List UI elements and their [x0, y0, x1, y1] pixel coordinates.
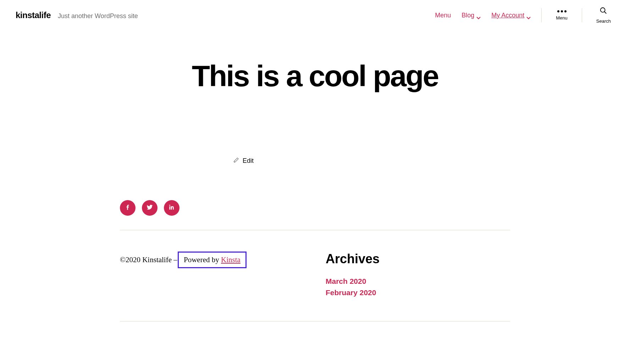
social-facebook[interactable]: [120, 200, 136, 216]
social-linkedin[interactable]: [164, 200, 179, 216]
edit-link[interactable]: Edit: [233, 157, 510, 165]
nav-item-menu[interactable]: Menu: [435, 12, 451, 19]
divider-line-bottom: [120, 321, 510, 321]
site-header: kinstalife Just another WordPress site M…: [0, 0, 630, 31]
search-button-label: Search: [596, 18, 611, 24]
divider-line: [120, 230, 510, 230]
nav-item-blog[interactable]: Blog: [462, 12, 481, 19]
archives-list: March 2020 February 2020: [326, 277, 510, 297]
svg-point-0: [601, 8, 605, 12]
chevron-down-icon: [526, 14, 531, 17]
nav-label: Menu: [435, 12, 451, 19]
page-title: This is a cool page: [0, 59, 630, 93]
dots-horizontal-icon: [557, 10, 567, 12]
nav-label: My Account: [491, 12, 524, 19]
nav-menu: Menu Blog My Account: [435, 12, 531, 19]
content-wrapper: Edit ©2020 Kinstalife – Powered by Kinst…: [106, 157, 524, 321]
footer-widgets: ©2020 Kinstalife – Powered by Kinsta Arc…: [120, 252, 510, 300]
nav-item-my-account[interactable]: My Account: [491, 12, 531, 19]
edit-icon: [233, 157, 239, 165]
svg-line-1: [604, 12, 607, 14]
search-button[interactable]: Search: [593, 7, 614, 24]
linkedin-icon: [168, 204, 175, 212]
archive-item-march-2020[interactable]: March 2020: [326, 277, 510, 286]
social-links: [120, 200, 510, 216]
menu-button-label: Menu: [556, 15, 568, 21]
site-tagline: Just another WordPress site: [58, 12, 138, 20]
powered-by-box: Powered by Kinsta: [178, 252, 247, 268]
divider: [582, 8, 582, 22]
powered-by-link[interactable]: Kinsta: [221, 255, 241, 264]
social-twitter[interactable]: [142, 200, 158, 216]
powered-by-text: Powered by: [184, 255, 221, 264]
nav-label: Blog: [462, 12, 474, 19]
facebook-icon: [124, 204, 131, 212]
menu-button[interactable]: Menu: [552, 10, 571, 21]
site-title[interactable]: kinstalife: [16, 10, 51, 20]
archives-title: Archives: [326, 252, 510, 266]
archive-item-february-2020[interactable]: February 2020: [326, 288, 510, 297]
search-icon: [599, 7, 607, 16]
footer-right: Archives March 2020 February 2020: [326, 252, 510, 300]
chevron-down-icon: [476, 14, 481, 17]
divider: [541, 8, 542, 22]
header-left: kinstalife Just another WordPress site: [16, 10, 138, 20]
edit-label: Edit: [243, 157, 254, 165]
copyright-prefix: ©2020 Kinstalife –: [120, 255, 179, 264]
footer-left: ©2020 Kinstalife – Powered by Kinsta: [120, 252, 304, 300]
twitter-icon: [146, 204, 153, 212]
copyright-text: ©2020 Kinstalife – Powered by Kinsta: [120, 252, 304, 268]
header-right: Menu Blog My Account Menu: [435, 7, 614, 24]
